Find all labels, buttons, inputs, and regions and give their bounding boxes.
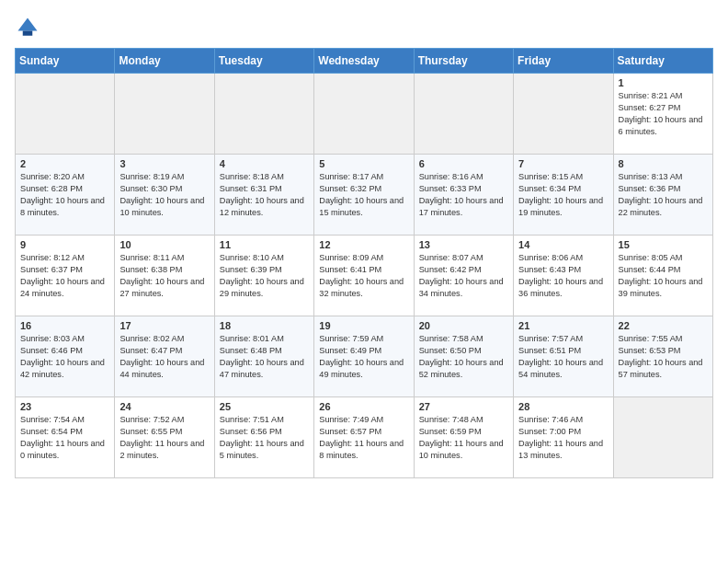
logo [15,15,44,40]
day-number: 7 [518,158,608,169]
svg-rect-1 [23,31,33,36]
day-info: Sunrise: 8:03 AM Sunset: 6:46 PM Dayligh… [20,333,109,381]
calendar-cell [16,74,115,155]
day-info: Sunrise: 8:02 AM Sunset: 6:47 PM Dayligh… [119,333,209,381]
day-number: 6 [419,158,508,169]
day-number: 1 [619,77,708,88]
day-number: 15 [619,239,708,250]
calendar-week-5: 23Sunrise: 7:54 AM Sunset: 6:54 PM Dayli… [16,397,713,478]
calendar-cell: 19Sunrise: 7:59 AM Sunset: 6:49 PM Dayli… [314,316,414,397]
day-info: Sunrise: 8:16 AM Sunset: 6:33 PM Dayligh… [419,171,508,219]
day-number: 28 [518,401,608,412]
calendar-cell: 28Sunrise: 7:46 AM Sunset: 7:00 PM Dayli… [514,397,613,478]
calendar-cell [115,74,214,155]
calendar-cell: 1Sunrise: 8:21 AM Sunset: 6:27 PM Daylig… [613,74,712,155]
calendar-cell: 13Sunrise: 8:07 AM Sunset: 6:42 PM Dayli… [414,236,513,316]
day-number: 22 [619,320,708,331]
svg-marker-0 [18,18,38,31]
calendar-cell: 11Sunrise: 8:10 AM Sunset: 6:39 PM Dayli… [214,236,313,316]
day-info: Sunrise: 7:52 AM Sunset: 6:55 PM Dayligh… [119,414,209,462]
day-number: 10 [119,239,209,250]
day-number: 5 [319,158,408,169]
calendar-cell: 12Sunrise: 8:09 AM Sunset: 6:41 PM Dayli… [314,236,414,316]
calendar-cell [414,74,513,155]
calendar-cell: 3Sunrise: 8:19 AM Sunset: 6:30 PM Daylig… [115,155,214,236]
weekday-header-wednesday: Wednesday [314,49,414,74]
day-number: 9 [20,239,109,250]
day-number: 3 [119,158,209,169]
day-info: Sunrise: 7:49 AM Sunset: 6:57 PM Dayligh… [319,414,408,462]
day-number: 4 [220,158,309,169]
day-info: Sunrise: 7:58 AM Sunset: 6:50 PM Dayligh… [419,333,508,381]
day-number: 26 [319,401,408,412]
day-info: Sunrise: 7:54 AM Sunset: 6:54 PM Dayligh… [20,414,109,462]
calendar-cell [613,397,712,478]
calendar-cell: 25Sunrise: 7:51 AM Sunset: 6:56 PM Dayli… [214,397,313,478]
day-info: Sunrise: 8:07 AM Sunset: 6:42 PM Dayligh… [419,252,508,300]
day-number: 19 [319,320,408,331]
day-info: Sunrise: 8:20 AM Sunset: 6:28 PM Dayligh… [20,171,109,219]
day-number: 2 [20,158,109,169]
calendar-cell: 24Sunrise: 7:52 AM Sunset: 6:55 PM Dayli… [115,397,214,478]
calendar-cell [514,74,613,155]
calendar-cell: 20Sunrise: 7:58 AM Sunset: 6:50 PM Dayli… [414,316,513,397]
day-info: Sunrise: 7:55 AM Sunset: 6:53 PM Dayligh… [619,333,708,381]
day-number: 8 [619,158,708,169]
day-info: Sunrise: 8:18 AM Sunset: 6:31 PM Dayligh… [220,171,309,219]
day-info: Sunrise: 8:19 AM Sunset: 6:30 PM Dayligh… [119,171,209,219]
calendar-cell: 18Sunrise: 8:01 AM Sunset: 6:48 PM Dayli… [214,316,313,397]
day-info: Sunrise: 8:21 AM Sunset: 6:27 PM Dayligh… [619,90,708,138]
calendar-week-2: 2Sunrise: 8:20 AM Sunset: 6:28 PM Daylig… [16,155,713,236]
day-number: 20 [419,320,508,331]
calendar-table: SundayMondayTuesdayWednesdayThursdayFrid… [15,48,713,478]
calendar-cell: 5Sunrise: 8:17 AM Sunset: 6:32 PM Daylig… [314,155,414,236]
logo-icon [15,15,40,40]
calendar-cell: 23Sunrise: 7:54 AM Sunset: 6:54 PM Dayli… [16,397,115,478]
calendar-cell: 9Sunrise: 8:12 AM Sunset: 6:37 PM Daylig… [16,236,115,316]
day-number: 21 [518,320,608,331]
calendar-cell [214,74,313,155]
weekday-header-sunday: Sunday [16,49,115,74]
day-info: Sunrise: 8:12 AM Sunset: 6:37 PM Dayligh… [20,252,109,300]
day-info: Sunrise: 7:57 AM Sunset: 6:51 PM Dayligh… [518,333,608,381]
weekday-header-row: SundayMondayTuesdayWednesdayThursdayFrid… [16,49,713,74]
calendar-cell: 15Sunrise: 8:05 AM Sunset: 6:44 PM Dayli… [613,236,712,316]
day-number: 27 [419,401,508,412]
weekday-header-saturday: Saturday [613,49,712,74]
day-number: 23 [20,401,109,412]
calendar-cell: 14Sunrise: 8:06 AM Sunset: 6:43 PM Dayli… [514,236,613,316]
day-info: Sunrise: 8:01 AM Sunset: 6:48 PM Dayligh… [220,333,309,381]
day-number: 24 [119,401,209,412]
calendar-cell: 27Sunrise: 7:48 AM Sunset: 6:59 PM Dayli… [414,397,513,478]
calendar-cell: 22Sunrise: 7:55 AM Sunset: 6:53 PM Dayli… [613,316,712,397]
calendar-cell: 26Sunrise: 7:49 AM Sunset: 6:57 PM Dayli… [314,397,414,478]
calendar-week-1: 1Sunrise: 8:21 AM Sunset: 6:27 PM Daylig… [16,74,713,155]
day-info: Sunrise: 7:48 AM Sunset: 6:59 PM Dayligh… [419,414,508,462]
day-number: 16 [20,320,109,331]
calendar-cell [314,74,414,155]
day-number: 11 [220,239,309,250]
day-info: Sunrise: 8:17 AM Sunset: 6:32 PM Dayligh… [319,171,408,219]
day-number: 25 [220,401,309,412]
calendar-cell: 7Sunrise: 8:15 AM Sunset: 6:34 PM Daylig… [514,155,613,236]
calendar-cell: 2Sunrise: 8:20 AM Sunset: 6:28 PM Daylig… [16,155,115,236]
day-number: 13 [419,239,508,250]
weekday-header-monday: Monday [115,49,214,74]
day-info: Sunrise: 8:06 AM Sunset: 6:43 PM Dayligh… [518,252,608,300]
day-info: Sunrise: 7:59 AM Sunset: 6:49 PM Dayligh… [319,333,408,381]
day-info: Sunrise: 8:15 AM Sunset: 6:34 PM Dayligh… [518,171,608,219]
calendar-cell: 17Sunrise: 8:02 AM Sunset: 6:47 PM Dayli… [115,316,214,397]
day-number: 12 [319,239,408,250]
day-info: Sunrise: 8:10 AM Sunset: 6:39 PM Dayligh… [220,252,309,300]
day-number: 18 [220,320,309,331]
weekday-header-tuesday: Tuesday [214,49,313,74]
day-info: Sunrise: 8:05 AM Sunset: 6:44 PM Dayligh… [619,252,708,300]
calendar-week-3: 9Sunrise: 8:12 AM Sunset: 6:37 PM Daylig… [16,236,713,316]
day-info: Sunrise: 8:11 AM Sunset: 6:38 PM Dayligh… [119,252,209,300]
calendar-cell: 6Sunrise: 8:16 AM Sunset: 6:33 PM Daylig… [414,155,513,236]
calendar-cell: 10Sunrise: 8:11 AM Sunset: 6:38 PM Dayli… [115,236,214,316]
calendar-cell: 16Sunrise: 8:03 AM Sunset: 6:46 PM Dayli… [16,316,115,397]
calendar-cell: 21Sunrise: 7:57 AM Sunset: 6:51 PM Dayli… [514,316,613,397]
day-number: 17 [119,320,209,331]
calendar-week-4: 16Sunrise: 8:03 AM Sunset: 6:46 PM Dayli… [16,316,713,397]
